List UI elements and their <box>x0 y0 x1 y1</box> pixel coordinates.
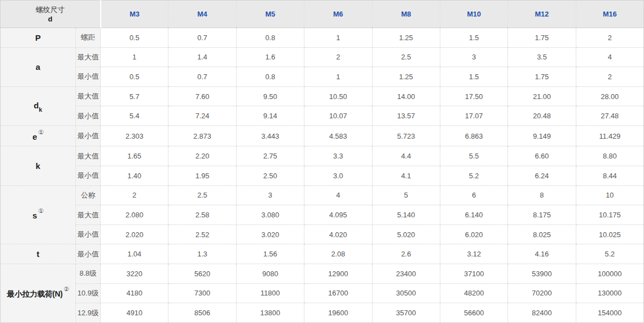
row-group-footnote-mark: ① <box>38 207 43 214</box>
value-cell: 100000 <box>576 264 643 284</box>
value-cell: 10.025 <box>576 225 643 244</box>
row-sublabel: 最小值 <box>76 125 101 146</box>
value-cell: 4.583 <box>304 125 372 146</box>
value-cell: 30500 <box>372 283 440 303</box>
table-row: 12.9级49108506138001960035700566008240015… <box>1 303 644 323</box>
value-cell: 4 <box>304 185 372 205</box>
table-body: P螺距0.50.70.811.251.51.752a最大值11.41.622.5… <box>1 28 644 323</box>
value-cell: 27.48 <box>576 106 643 126</box>
table-row: 最小值5.47.249.1410.0713.5717.0720.4827.48 <box>1 106 644 126</box>
value-cell: 6 <box>440 185 507 205</box>
value-cell: 3.5 <box>508 47 576 67</box>
value-cell: 4.095 <box>304 205 372 225</box>
size-column-header: M8 <box>372 1 440 28</box>
row-group-label-text: s <box>32 211 37 220</box>
value-cell: 9080 <box>236 264 304 284</box>
row-group-label: a <box>1 47 76 86</box>
value-cell: 56600 <box>440 303 507 323</box>
value-cell: 2.50 <box>236 166 304 186</box>
value-cell: 0.5 <box>101 67 168 87</box>
value-cell: 1.5 <box>440 28 507 48</box>
row-sublabel: 最小值 <box>76 166 101 186</box>
value-cell: 0.7 <box>168 28 236 48</box>
row-sublabel: 10.9级 <box>76 283 101 303</box>
value-cell: 2.6 <box>372 244 440 264</box>
value-cell: 20.48 <box>508 106 576 126</box>
size-column-header: M12 <box>508 1 576 28</box>
value-cell: 10.07 <box>304 106 372 126</box>
row-group-label: P <box>1 28 76 48</box>
value-cell: 17.50 <box>440 86 507 106</box>
value-cell: 3.020 <box>236 225 304 244</box>
value-cell: 1.3 <box>168 244 236 264</box>
value-cell: 4910 <box>101 303 168 323</box>
table-row: a最大值11.41.622.533.54 <box>1 47 644 67</box>
table-row: 最小值1.401.952.503.04.15.26.248.44 <box>1 166 644 186</box>
value-cell: 0.5 <box>101 28 168 48</box>
value-cell: 8.80 <box>576 146 643 166</box>
size-column-header: M6 <box>304 1 372 28</box>
table-row: 最大值2.0802.583.0804.0955.1406.1408.17510.… <box>1 205 644 225</box>
row-group-label-text: t <box>37 249 40 259</box>
value-cell: 12900 <box>304 264 372 284</box>
value-cell: 2.52 <box>168 225 236 244</box>
row-sublabel: 最小值 <box>76 244 101 264</box>
value-cell: 5 <box>372 185 440 205</box>
row-group-footnote-mark: ① <box>38 129 43 135</box>
row-group-footnote-mark: ② <box>64 286 69 292</box>
value-cell: 3.443 <box>236 125 304 146</box>
value-cell: 1.56 <box>236 244 304 264</box>
value-cell: 1.4 <box>168 47 236 67</box>
value-cell: 17.07 <box>440 106 507 126</box>
value-cell: 7.24 <box>168 106 236 126</box>
size-column-header: M4 <box>168 1 236 28</box>
table-row: 最小拉力载荷(N)②8.8级32205620908012900234003710… <box>1 264 644 284</box>
value-cell: 2.5 <box>168 185 236 205</box>
value-cell: 16700 <box>304 283 372 303</box>
value-cell: 5.020 <box>372 225 440 244</box>
row-group-label-subscript: k <box>39 106 42 113</box>
value-cell: 6.60 <box>508 146 576 166</box>
value-cell: 3.3 <box>304 146 372 166</box>
value-cell: 2.303 <box>101 125 168 146</box>
value-cell: 21.00 <box>508 86 576 106</box>
value-cell: 9.149 <box>508 125 576 146</box>
row-sublabel: 最小值 <box>76 67 101 87</box>
size-column-header: M16 <box>576 1 643 28</box>
row-group-label: k <box>1 146 76 185</box>
table-row: 最小值0.50.70.811.251.51.752 <box>1 67 644 87</box>
row-sublabel: 最大值 <box>76 47 101 67</box>
value-cell: 3 <box>236 185 304 205</box>
value-cell: 1 <box>304 67 372 87</box>
value-cell: 4180 <box>101 283 168 303</box>
row-sublabel: 最大值 <box>76 205 101 225</box>
table-header: 螺纹尺寸 d M3M4M5M6M8M10M12M16 <box>1 1 644 28</box>
row-group-label-text: k <box>36 161 40 171</box>
value-cell: 10.50 <box>304 86 372 106</box>
value-cell: 5.2 <box>440 166 507 186</box>
row-group-label-text: a <box>36 62 40 72</box>
value-cell: 3.0 <box>304 166 372 186</box>
value-cell: 4.1 <box>372 166 440 186</box>
value-cell: 6.140 <box>440 205 507 225</box>
value-cell: 130000 <box>576 283 643 303</box>
value-cell: 70200 <box>508 283 576 303</box>
row-group-label-text: P <box>35 33 41 42</box>
value-cell: 1.95 <box>168 166 236 186</box>
value-cell: 4.020 <box>304 225 372 244</box>
value-cell: 8.44 <box>576 166 643 186</box>
table-row: k最大值1.652.202.753.34.45.56.608.80 <box>1 146 644 166</box>
value-cell: 1.75 <box>508 28 576 48</box>
value-cell: 48200 <box>440 283 507 303</box>
table-row: 最小值2.0202.523.0204.0205.0206.0208.02510.… <box>1 225 644 244</box>
value-cell: 3220 <box>101 264 168 284</box>
table-row: 10.9级41807300118001670030500482007020013… <box>1 283 644 303</box>
value-cell: 5.7 <box>101 86 168 106</box>
row-group-label-text: d <box>34 101 39 110</box>
row-group-label-text: 最小拉力载荷(N) <box>7 289 63 298</box>
value-cell: 2.5 <box>372 47 440 67</box>
value-cell: 0.7 <box>168 67 236 87</box>
row-group-label: e① <box>1 125 76 146</box>
value-cell: 1 <box>101 47 168 67</box>
value-cell: 13.57 <box>372 106 440 126</box>
